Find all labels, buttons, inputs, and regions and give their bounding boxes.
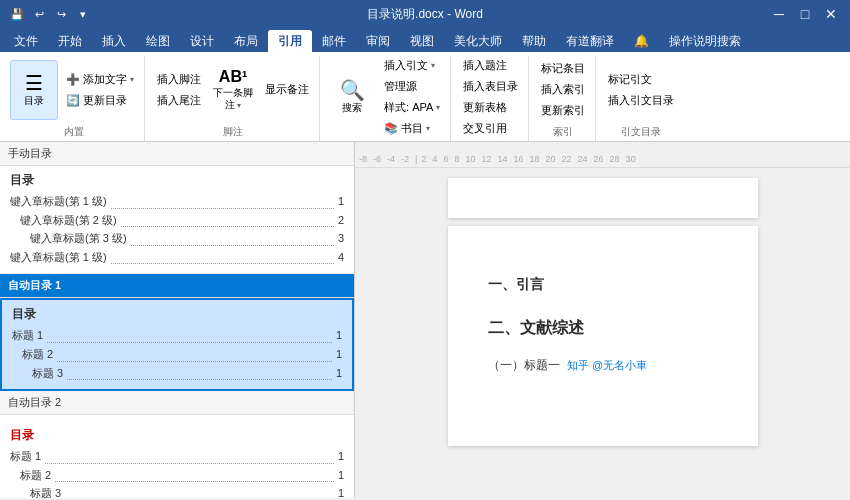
- ribbon-tabs: 文件 开始 插入 绘图 设计 布局 引用 邮件 审阅 视图 美化大师 帮助 有道…: [0, 28, 850, 52]
- insert-caption-btn[interactable]: 插入题注: [459, 56, 522, 75]
- toc-entry-2: 键入章标题(第 2 级) 2: [10, 212, 344, 230]
- tab-help[interactable]: 帮助: [512, 30, 556, 52]
- group-citation-toc-content: 标记引文 插入引文目录: [604, 56, 678, 123]
- insert-table-fig-btn[interactable]: 插入表目录: [459, 77, 522, 96]
- group-citation-toc-label: 引文目录: [621, 123, 661, 141]
- mark-citation-btn[interactable]: 标记引文: [604, 70, 678, 89]
- insert-endnote-btn[interactable]: 插入尾注: [153, 91, 205, 110]
- auto1-entry-1: 标题 1 1: [12, 327, 342, 345]
- update-table-btn[interactable]: 更新表格: [459, 98, 522, 117]
- toc-btn[interactable]: ☰ 目录: [10, 60, 58, 120]
- auto2-toc-preview: 标题 1 1 标题 2 1 标题 3 1: [10, 448, 344, 498]
- auto2-dots-3: [65, 485, 334, 498]
- auto1-toc-preview: 标题 1 1 标题 2 1 标题 3 1: [12, 327, 342, 382]
- update-toc-btn[interactable]: 🔄 更新目录: [62, 91, 138, 110]
- next-footnote-btn[interactable]: AB¹ 下一条脚注 ▾: [209, 60, 257, 120]
- tab-file[interactable]: 文件: [4, 30, 48, 52]
- tab-draw[interactable]: 绘图: [136, 30, 180, 52]
- tab-view[interactable]: 视图: [400, 30, 444, 52]
- group-citation-toc: 标记引文 插入引文目录 引文目录: [598, 56, 684, 141]
- search-label: 搜索: [342, 102, 362, 114]
- ruler: -8 -6 -4 -2 | 2 4 6 8 10 12 14 16 18 20 …: [355, 150, 850, 168]
- insert-index-btn[interactable]: 插入索引: [537, 80, 589, 99]
- manual-toc-item[interactable]: 目录 键入章标题(第 1 级) 1 键入章标题(第 2 级) 2 键入章标题(第…: [0, 166, 354, 274]
- tab-mail[interactable]: 邮件: [312, 30, 356, 52]
- minimize-btn[interactable]: ─: [768, 3, 790, 25]
- doc-sub-heading: （一）标题一 知乎 @无名小車: [488, 357, 718, 374]
- tab-design[interactable]: 设计: [180, 30, 224, 52]
- undo-btn[interactable]: ↩: [30, 5, 48, 23]
- toc-entry-1: 键入章标题(第 1 级) 1: [10, 193, 344, 211]
- tab-insert[interactable]: 插入: [92, 30, 136, 52]
- auto1-entry-1-text: 标题 1: [12, 327, 43, 345]
- ribbon: ☰ 目录 ➕ 添加文字 ▾ 🔄 更新目录 内置 插入脚注 插入尾注 AB¹ 下一…: [0, 52, 850, 142]
- toc-dots-1: [111, 193, 334, 209]
- auto2-entry-1-num: 1: [338, 448, 344, 466]
- watermark-text: 知乎 @无名小車: [567, 359, 647, 371]
- tab-notify[interactable]: 🔔: [624, 30, 659, 52]
- manage-source-btn[interactable]: 管理源: [380, 77, 444, 96]
- auto2-toc-header: 自动目录 2: [0, 391, 354, 415]
- insert-citation-toc-btn[interactable]: 插入引文目录: [604, 91, 678, 110]
- window-title: 目录说明.docx - Word: [367, 6, 483, 23]
- quick-access-toolbar: 💾 ↩ ↪ ▾: [8, 5, 92, 23]
- toc-entry-4-text: 键入章标题(第 1 级): [10, 249, 107, 267]
- search-btn[interactable]: 🔍 搜索: [328, 67, 376, 127]
- tab-review[interactable]: 审阅: [356, 30, 400, 52]
- style-btn[interactable]: 样式: APA ▾: [380, 98, 444, 117]
- save-quick-btn[interactable]: 💾: [8, 5, 26, 23]
- toc-dots-3: [131, 230, 334, 246]
- auto2-entry-3-text: 标题 3: [30, 485, 61, 498]
- doc-heading-1: 一、引言: [488, 276, 718, 294]
- manual-toc-header: 手动目录: [0, 142, 354, 166]
- document-area: -8 -6 -4 -2 | 2 4 6 8 10 12 14 16 18 20 …: [355, 142, 850, 498]
- auto2-entry-1: 标题 1 1: [10, 448, 344, 466]
- toc-icon: ☰: [25, 73, 43, 93]
- doc-heading-2: 二、文献综述: [488, 318, 718, 339]
- toc-entry-3: 键入章标题(第 3 级) 3: [10, 230, 344, 248]
- auto2-toc-item[interactable]: 目录 标题 1 1 标题 2 1 标题 3 1: [0, 421, 354, 498]
- tab-youdao[interactable]: 有道翻译: [556, 30, 624, 52]
- tab-search[interactable]: 操作说明搜索: [659, 30, 751, 52]
- document-page-1: [448, 178, 758, 218]
- document-page-2[interactable]: 一、引言 二、文献综述 （一）标题一 知乎 @无名小車: [448, 226, 758, 446]
- page-top-space: [488, 256, 718, 276]
- group-citation-content: 🔍 搜索 插入引文 ▾ 管理源 样式: APA ▾ 📚 书目 ▾: [328, 56, 444, 138]
- insert-footnote-btn[interactable]: 插入脚注: [153, 70, 205, 89]
- group-footnote-label: 脚注: [223, 123, 243, 141]
- tab-home[interactable]: 开始: [48, 30, 92, 52]
- toc-entry-4-num: 4: [338, 249, 344, 267]
- toc-entry-4: 键入章标题(第 1 级) 4: [10, 249, 344, 267]
- close-btn[interactable]: ✕: [820, 3, 842, 25]
- tab-beautify[interactable]: 美化大师: [444, 30, 512, 52]
- auto2-entry-3: 标题 3 1: [10, 485, 344, 498]
- footnote-icon: AB¹: [219, 69, 247, 85]
- toc-col: ➕ 添加文字 ▾ 🔄 更新目录: [62, 70, 138, 110]
- auto1-toc-title: 目录: [12, 306, 342, 323]
- auto1-entry-2-text: 标题 2: [22, 346, 53, 364]
- mark-entry-btn[interactable]: 标记条目: [537, 59, 589, 78]
- auto1-entry-2: 标题 2 1: [12, 346, 342, 364]
- auto1-dots-3: [67, 365, 332, 381]
- tab-layout[interactable]: 布局: [224, 30, 268, 52]
- group-citation: 🔍 搜索 插入引文 ▾ 管理源 样式: APA ▾ 📚 书目 ▾ 引文与书目: [322, 56, 451, 141]
- auto2-entry-2: 标题 2 1: [10, 467, 344, 485]
- maximize-btn[interactable]: □: [794, 3, 816, 25]
- toc-entry-2-num: 2: [338, 212, 344, 230]
- auto1-entry-1-num: 1: [336, 327, 342, 345]
- customize-btn[interactable]: ▾: [74, 5, 92, 23]
- insert-citation-btn[interactable]: 插入引文 ▾: [380, 56, 444, 75]
- index-col: 标记条目 插入索引 更新索引: [537, 59, 589, 120]
- auto2-entry-2-text: 标题 2: [20, 467, 51, 485]
- show-notes-btn[interactable]: 显示备注: [261, 80, 313, 99]
- cross-ref-btn[interactable]: 交叉引用: [459, 119, 522, 138]
- group-toc: ☰ 目录 ➕ 添加文字 ▾ 🔄 更新目录 内置: [4, 56, 145, 141]
- redo-btn[interactable]: ↪: [52, 5, 70, 23]
- update-index-btn[interactable]: 更新索引: [537, 101, 589, 120]
- auto2-dots-2: [55, 467, 334, 483]
- auto1-entry-2-num: 1: [336, 346, 342, 364]
- add-text-btn[interactable]: ➕ 添加文字 ▾: [62, 70, 138, 89]
- auto1-toc-item[interactable]: 目录 标题 1 1 标题 2 1 标题 3 1: [0, 298, 354, 391]
- tab-references[interactable]: 引用: [268, 30, 312, 52]
- bibliography-btn[interactable]: 📚 书目 ▾: [380, 119, 444, 138]
